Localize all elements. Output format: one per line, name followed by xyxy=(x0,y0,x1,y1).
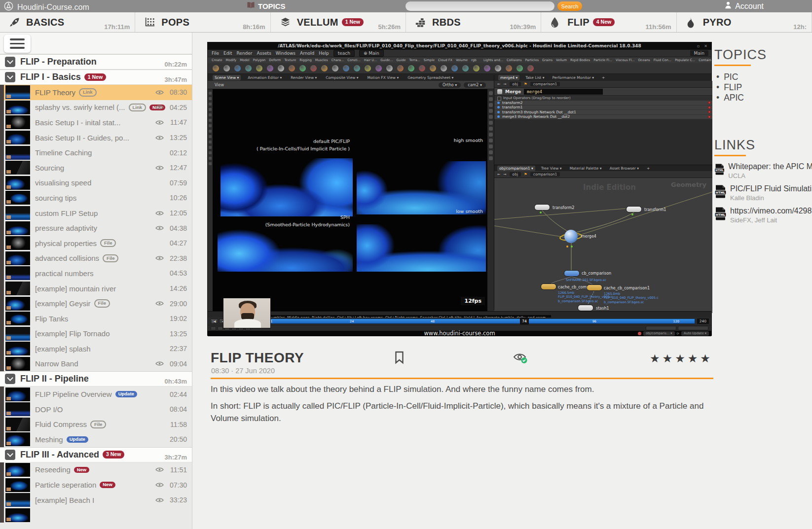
network-tab[interactable]: Tree View ▾ xyxy=(539,166,564,171)
display-option-icon[interactable] xyxy=(489,109,493,113)
video-player[interactable]: /ATLAS/Work/edu-cb/work_files/FLIP/FLIP_… xyxy=(207,42,712,336)
shelf-tab[interactable]: Vellum xyxy=(556,58,567,62)
shelf-tab[interactable]: Grains xyxy=(542,58,553,62)
video-list-item[interactable]: [example] splash22:37 xyxy=(4,341,192,356)
shelf-tool-icon[interactable] xyxy=(451,65,458,71)
shelf-tab[interactable]: Muscles xyxy=(315,58,328,62)
account-button[interactable]: Account xyxy=(724,1,764,11)
nav-tab-basics[interactable]: BASICS17h:11m xyxy=(0,12,135,32)
menu-assets[interactable]: Assets xyxy=(257,51,271,56)
video-list-item[interactable]: Narrow Band09:04 xyxy=(4,356,192,372)
menu-render[interactable]: Render xyxy=(237,51,253,56)
external-link[interactable]: HTMLhttps://vimeo.com/4298SideFX, Jeff L… xyxy=(714,207,812,224)
display-option-icon[interactable] xyxy=(489,91,493,95)
input-operator-row[interactable]: transform3 through Network Dot __dot1 xyxy=(494,110,712,115)
video-list-item[interactable]: advanced collisionsFile22:38 xyxy=(4,251,192,266)
video-list-item[interactable]: Timeline Caching02:12 xyxy=(4,145,192,160)
shelf-tool-icon[interactable] xyxy=(267,65,273,71)
shelf-tool-icon[interactable] xyxy=(386,65,393,71)
video-list-item[interactable]: [example] Beach I33:23 xyxy=(4,493,192,508)
video-list-item[interactable]: Basic Setup II - Guides, po...13:25 xyxy=(4,130,192,145)
shelf-tab[interactable]: Model xyxy=(240,58,250,62)
shelf-tool-icon[interactable] xyxy=(527,65,534,71)
topic-item[interactable]: FLIP xyxy=(714,82,812,93)
display-option-icon[interactable] xyxy=(489,156,493,160)
display-option-icon[interactable] xyxy=(489,144,493,148)
section-header[interactable]: FLIP I - Basics1 New3h:47m xyxy=(0,70,192,85)
menu-arnold[interactable]: Arnold xyxy=(300,51,314,56)
nav-tab-pyro[interactable]: PYRO12h: xyxy=(677,12,812,32)
video-list-item[interactable]: physical propertiesFile04:27 xyxy=(4,236,192,251)
shelf-tab[interactable]: Cloud FX xyxy=(438,58,452,62)
shelf-tab[interactable]: Volume xyxy=(456,58,468,62)
display-option-icon[interactable] xyxy=(489,150,493,154)
menu-windows[interactable]: Windows xyxy=(276,51,295,56)
shelf-tab[interactable]: Container... xyxy=(699,58,711,62)
param-tab[interactable]: Take List ▾ xyxy=(523,75,546,80)
hamburger-menu-button[interactable] xyxy=(4,35,31,53)
bookmark-button[interactable] xyxy=(395,351,404,366)
shelf-tool-icon[interactable] xyxy=(213,65,219,71)
shelf-tool-icon[interactable] xyxy=(343,65,349,71)
shelf-tab[interactable]: Rigid Bodies xyxy=(570,58,590,62)
shelf-tool-icon[interactable] xyxy=(223,65,230,71)
shelf-tool-icon[interactable] xyxy=(289,65,295,71)
external-link[interactable]: HTMLPIC/FLIP Fluid SimulatiKalle Bladin xyxy=(714,184,812,202)
shelf-tool-icon[interactable] xyxy=(245,65,252,71)
timeline-scrubber[interactable]: 1 244896120 74 xyxy=(268,318,695,324)
shelf-tab[interactable]: Lights and... xyxy=(483,58,503,62)
display-option-icon[interactable] xyxy=(489,97,493,101)
display-option-icon[interactable] xyxy=(489,115,493,119)
disconnect-icon[interactable] xyxy=(708,115,711,118)
display-option-icon[interactable] xyxy=(489,139,493,142)
pane-tab[interactable]: Composite View ▾ xyxy=(324,75,360,80)
input-operator-row[interactable]: merge3 through Network Dot __dot2 xyxy=(494,115,712,120)
shelf-tool-icon[interactable] xyxy=(506,65,512,71)
pane-tab[interactable]: Animation Editor ▾ xyxy=(246,75,284,80)
shelf-tab[interactable]: Rigging xyxy=(299,58,312,62)
param-tab[interactable]: merge4 ▾ xyxy=(498,75,519,80)
shelf-tab[interactable]: Polygon xyxy=(253,58,266,62)
shelf-tool-icon[interactable] xyxy=(430,65,436,71)
video-list-item[interactable]: [example] Flip Tornado13:25 xyxy=(4,326,192,342)
video-list-item[interactable]: practical numbers04:53 xyxy=(4,266,192,281)
shelf-tab[interactable]: Modify xyxy=(226,58,237,62)
video-list-item[interactable]: [example] mountain river14:26 xyxy=(4,281,192,296)
video-list-item[interactable]: FLIP Pipeline OverviewUpdate02:44 xyxy=(4,387,192,402)
section-header[interactable]: FLIP III - Advanced3 New3h:27m xyxy=(0,447,192,462)
shelf-tool-icon[interactable] xyxy=(310,65,317,71)
video-list-item[interactable]: ReseedingNew11:51 xyxy=(4,462,192,478)
collapse-chevron-icon[interactable] xyxy=(5,72,15,82)
network-tab[interactable]: Material Palette ▾ xyxy=(568,166,604,171)
add-tab-icon[interactable]: + xyxy=(645,166,652,171)
video-list-item[interactable]: Particle seperationNew07:30 xyxy=(4,477,192,493)
disconnect-icon[interactable] xyxy=(708,106,711,109)
collapse-chevron-icon[interactable] xyxy=(5,450,15,460)
shelf-tool-icon[interactable] xyxy=(365,65,371,71)
shelf-tab[interactable]: Oceans xyxy=(638,58,650,62)
add-tab-icon[interactable]: + xyxy=(600,75,607,80)
nav-tab-flip[interactable]: FLIP4 New11h:56m xyxy=(541,12,676,32)
shelf-tool-icon[interactable] xyxy=(419,65,425,71)
shelf-tool-icon[interactable] xyxy=(321,65,328,71)
disconnect-icon[interactable] xyxy=(708,101,711,104)
video-list-item[interactable]: Fluid CompressFile11:58 xyxy=(4,417,192,432)
display-option-icon[interactable] xyxy=(489,121,493,125)
input-operator-row[interactable]: transform2 xyxy=(494,101,712,106)
shelf-tab[interactable]: Guide... xyxy=(380,58,393,62)
menu-file[interactable]: File xyxy=(212,51,219,56)
shelf-tool-icon[interactable] xyxy=(256,65,262,71)
watched-toggle-button[interactable] xyxy=(513,352,528,366)
shelf-tab[interactable]: Simple xyxy=(424,58,435,62)
search-button[interactable]: Search xyxy=(557,1,582,11)
topbar-topics-link[interactable]: TOPICS xyxy=(247,1,286,10)
shelf-tool-icon[interactable] xyxy=(484,65,490,71)
input-operator-row[interactable]: transform1 xyxy=(494,106,712,110)
shelf-tool-icon[interactable] xyxy=(375,65,382,71)
shelf-tool-icon[interactable] xyxy=(299,65,306,71)
network-tab[interactable]: obj/comparison1 ▾ xyxy=(497,166,535,171)
shelf-tab[interactable]: Create xyxy=(212,58,222,62)
shelf-tool-icon[interactable] xyxy=(441,65,447,71)
shelf-tool-icon[interactable] xyxy=(517,65,523,71)
display-option-icon[interactable] xyxy=(489,103,493,107)
